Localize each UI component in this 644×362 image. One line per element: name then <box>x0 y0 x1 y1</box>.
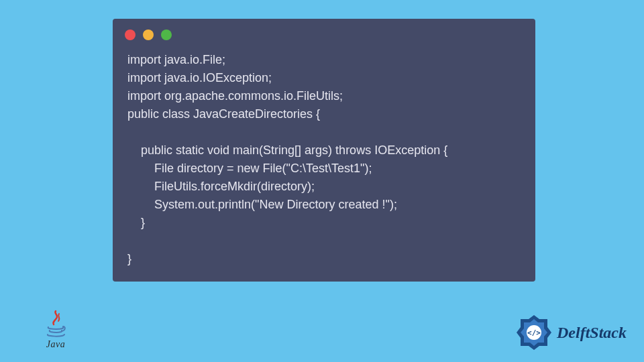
java-cup-icon <box>44 310 67 338</box>
delftstack-badge-icon: </> <box>515 314 553 351</box>
code-window: import java.io.File; import java.io.IOEx… <box>113 19 535 282</box>
minimize-icon[interactable] <box>143 29 154 40</box>
svg-text:</>: </> <box>527 328 541 337</box>
delftstack-logo: </> DelftStack <box>515 314 627 351</box>
window-titlebar <box>113 19 535 47</box>
close-icon[interactable] <box>125 29 136 40</box>
java-logo-label: Java <box>40 339 71 350</box>
code-block: import java.io.File; import java.io.IOEx… <box>113 47 535 268</box>
java-logo: Java <box>40 310 71 350</box>
delftstack-logo-label: DelftStack <box>557 324 627 342</box>
maximize-icon[interactable] <box>161 29 172 40</box>
